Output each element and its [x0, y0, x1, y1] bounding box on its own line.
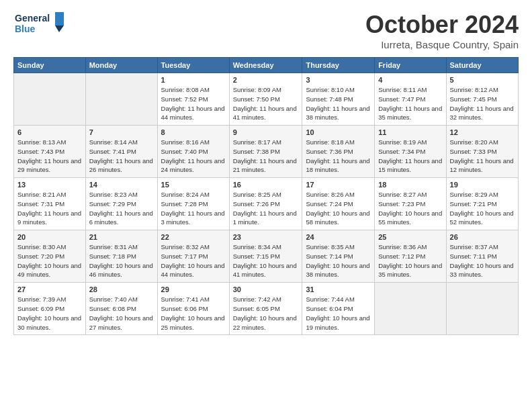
day-number: 29	[161, 285, 226, 293]
svg-text:Blue: Blue	[15, 24, 36, 34]
day-cell: 30Sunrise: 7:42 AMSunset: 6:05 PMDayligh…	[229, 283, 302, 335]
cell-content: Sunrise: 8:21 AMSunset: 7:31 PMDaylight:…	[17, 190, 82, 227]
cell-content: Sunrise: 8:11 AMSunset: 7:47 PMDaylight:…	[378, 85, 442, 122]
day-cell: 27Sunrise: 7:39 AMSunset: 6:09 PMDayligh…	[14, 283, 86, 335]
cell-content: Sunrise: 8:32 AMSunset: 7:17 PMDaylight:…	[161, 242, 226, 279]
cell-content: Sunrise: 8:10 AMSunset: 7:48 PMDaylight:…	[306, 85, 371, 122]
day-number: 7	[89, 128, 154, 136]
day-cell: 29Sunrise: 7:41 AMSunset: 6:06 PMDayligh…	[157, 283, 229, 335]
weekday-friday: Friday	[375, 58, 446, 73]
title-block: October 2024 Iurreta, Basque Country, Sp…	[365, 11, 519, 50]
cell-content: Sunrise: 8:12 AMSunset: 7:45 PMDaylight:…	[450, 85, 515, 122]
day-cell	[446, 283, 518, 335]
day-cell: 12Sunrise: 8:20 AMSunset: 7:33 PMDayligh…	[446, 126, 518, 178]
day-cell: 17Sunrise: 8:26 AMSunset: 7:24 PMDayligh…	[302, 178, 375, 230]
week-row-4: 20Sunrise: 8:30 AMSunset: 7:20 PMDayligh…	[14, 230, 519, 283]
day-number: 17	[306, 181, 371, 189]
day-number: 23	[233, 233, 299, 241]
day-number: 11	[378, 128, 442, 136]
day-number: 15	[161, 181, 226, 189]
day-number: 1	[161, 76, 226, 84]
day-cell: 3Sunrise: 8:10 AMSunset: 7:48 PMDaylight…	[302, 73, 375, 126]
cell-content: Sunrise: 7:44 AMSunset: 6:04 PMDaylight:…	[306, 295, 371, 332]
day-number: 16	[233, 181, 299, 189]
cell-content: Sunrise: 8:19 AMSunset: 7:34 PMDaylight:…	[378, 138, 442, 175]
month-title: October 2024	[365, 11, 519, 39]
logo-svg: GeneralBlue	[13, 11, 67, 36]
day-number: 3	[306, 76, 371, 84]
cell-content: Sunrise: 8:14 AMSunset: 7:41 PMDaylight:…	[89, 138, 154, 175]
cell-content: Sunrise: 8:16 AMSunset: 7:40 PMDaylight:…	[161, 138, 226, 175]
week-row-1: 1Sunrise: 8:08 AMSunset: 7:52 PMDaylight…	[14, 73, 519, 126]
day-number: 9	[233, 128, 299, 136]
cell-content: Sunrise: 8:36 AMSunset: 7:12 PMDaylight:…	[378, 242, 442, 279]
cell-content: Sunrise: 8:08 AMSunset: 7:52 PMDaylight:…	[161, 85, 226, 122]
calendar: SundayMondayTuesdayWednesdayThursdayFrid…	[13, 57, 519, 335]
day-cell: 11Sunrise: 8:19 AMSunset: 7:34 PMDayligh…	[375, 126, 446, 178]
day-number: 19	[450, 181, 515, 189]
day-cell: 8Sunrise: 8:16 AMSunset: 7:40 PMDaylight…	[157, 126, 229, 178]
day-cell	[85, 73, 157, 126]
day-cell: 31Sunrise: 7:44 AMSunset: 6:04 PMDayligh…	[302, 283, 375, 335]
location-title: Iurreta, Basque Country, Spain	[365, 39, 519, 50]
day-cell: 21Sunrise: 8:31 AMSunset: 7:18 PMDayligh…	[85, 230, 157, 283]
header: GeneralBlue October 2024 Iurreta, Basque…	[13, 11, 519, 50]
day-cell: 13Sunrise: 8:21 AMSunset: 7:31 PMDayligh…	[14, 178, 86, 230]
cell-content: Sunrise: 8:17 AMSunset: 7:38 PMDaylight:…	[233, 138, 299, 175]
cell-content: Sunrise: 8:26 AMSunset: 7:24 PMDaylight:…	[306, 190, 371, 227]
cell-content: Sunrise: 8:35 AMSunset: 7:14 PMDaylight:…	[306, 242, 371, 279]
cell-content: Sunrise: 7:40 AMSunset: 6:08 PMDaylight:…	[89, 295, 154, 332]
weekday-wednesday: Wednesday	[229, 58, 302, 73]
day-cell: 9Sunrise: 8:17 AMSunset: 7:38 PMDaylight…	[229, 126, 302, 178]
day-number: 21	[89, 233, 154, 241]
day-cell: 5Sunrise: 8:12 AMSunset: 7:45 PMDaylight…	[446, 73, 518, 126]
day-cell: 10Sunrise: 8:18 AMSunset: 7:36 PMDayligh…	[302, 126, 375, 178]
day-cell: 15Sunrise: 8:24 AMSunset: 7:28 PMDayligh…	[157, 178, 229, 230]
weekday-sunday: Sunday	[14, 58, 86, 73]
day-cell: 4Sunrise: 8:11 AMSunset: 7:47 PMDaylight…	[375, 73, 446, 126]
day-number: 26	[450, 233, 515, 241]
day-number: 28	[89, 285, 154, 293]
cell-content: Sunrise: 8:29 AMSunset: 7:21 PMDaylight:…	[450, 190, 515, 227]
weekday-saturday: Saturday	[446, 58, 518, 73]
day-number: 31	[306, 285, 371, 293]
day-cell: 1Sunrise: 8:08 AMSunset: 7:52 PMDaylight…	[157, 73, 229, 126]
cell-content: Sunrise: 8:31 AMSunset: 7:18 PMDaylight:…	[89, 242, 154, 279]
day-number: 6	[17, 128, 82, 136]
svg-text:General: General	[15, 13, 50, 24]
cell-content: Sunrise: 8:23 AMSunset: 7:29 PMDaylight:…	[89, 190, 154, 227]
week-row-2: 6Sunrise: 8:13 AMSunset: 7:43 PMDaylight…	[14, 126, 519, 178]
cell-content: Sunrise: 8:27 AMSunset: 7:23 PMDaylight:…	[378, 190, 442, 227]
weekday-monday: Monday	[85, 58, 157, 73]
day-cell	[375, 283, 446, 335]
cell-content: Sunrise: 8:24 AMSunset: 7:28 PMDaylight:…	[161, 190, 226, 227]
day-number: 8	[161, 128, 226, 136]
day-number: 30	[233, 285, 299, 293]
weekday-header-row: SundayMondayTuesdayWednesdayThursdayFrid…	[14, 58, 519, 73]
cell-content: Sunrise: 7:41 AMSunset: 6:06 PMDaylight:…	[161, 295, 226, 332]
day-cell: 7Sunrise: 8:14 AMSunset: 7:41 PMDaylight…	[85, 126, 157, 178]
svg-marker-3	[55, 12, 64, 26]
day-number: 24	[306, 233, 371, 241]
day-cell: 22Sunrise: 8:32 AMSunset: 7:17 PMDayligh…	[157, 230, 229, 283]
day-cell: 23Sunrise: 8:34 AMSunset: 7:15 PMDayligh…	[229, 230, 302, 283]
day-cell: 18Sunrise: 8:27 AMSunset: 7:23 PMDayligh…	[375, 178, 446, 230]
cell-content: Sunrise: 8:20 AMSunset: 7:33 PMDaylight:…	[450, 138, 515, 175]
day-number: 5	[450, 76, 515, 84]
week-row-3: 13Sunrise: 8:21 AMSunset: 7:31 PMDayligh…	[14, 178, 519, 230]
day-cell: 25Sunrise: 8:36 AMSunset: 7:12 PMDayligh…	[375, 230, 446, 283]
weekday-thursday: Thursday	[302, 58, 375, 73]
day-cell: 2Sunrise: 8:09 AMSunset: 7:50 PMDaylight…	[229, 73, 302, 126]
weekday-tuesday: Tuesday	[157, 58, 229, 73]
day-number: 22	[161, 233, 226, 241]
day-number: 20	[17, 233, 82, 241]
cell-content: Sunrise: 8:25 AMSunset: 7:26 PMDaylight:…	[233, 190, 299, 227]
day-number: 13	[17, 181, 82, 189]
cell-content: Sunrise: 8:37 AMSunset: 7:11 PMDaylight:…	[450, 242, 515, 279]
day-cell: 19Sunrise: 8:29 AMSunset: 7:21 PMDayligh…	[446, 178, 518, 230]
cell-content: Sunrise: 8:13 AMSunset: 7:43 PMDaylight:…	[17, 138, 82, 175]
day-cell: 20Sunrise: 8:30 AMSunset: 7:20 PMDayligh…	[14, 230, 86, 283]
cell-content: Sunrise: 8:09 AMSunset: 7:50 PMDaylight:…	[233, 85, 299, 122]
cell-content: Sunrise: 8:34 AMSunset: 7:15 PMDaylight:…	[233, 242, 299, 279]
week-row-5: 27Sunrise: 7:39 AMSunset: 6:09 PMDayligh…	[14, 283, 519, 335]
